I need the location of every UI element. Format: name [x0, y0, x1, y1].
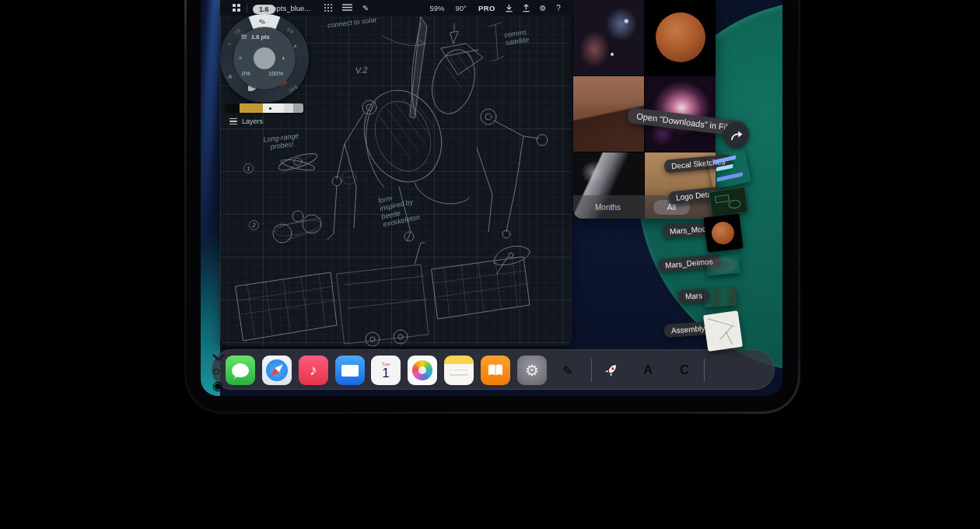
- drag-thumb-assembly[interactable]: [703, 310, 743, 352]
- drag-thumb-decal-sketches[interactable]: [706, 148, 751, 189]
- share-forward-icon: [723, 122, 749, 148]
- drag-thumb-mars[interactable]: [703, 288, 737, 308]
- drag-thumb-logo-detail[interactable]: [709, 187, 748, 217]
- drag-thumb-mars-model[interactable]: [703, 213, 743, 252]
- ipad-screen: connect to solar comms satellite V.2 Lon…: [201, 0, 782, 396]
- drag-session-layer: Open “Downloads” in Files Decal Sketches…: [201, 0, 782, 396]
- drag-thumb-mars-deimos[interactable]: [705, 254, 740, 276]
